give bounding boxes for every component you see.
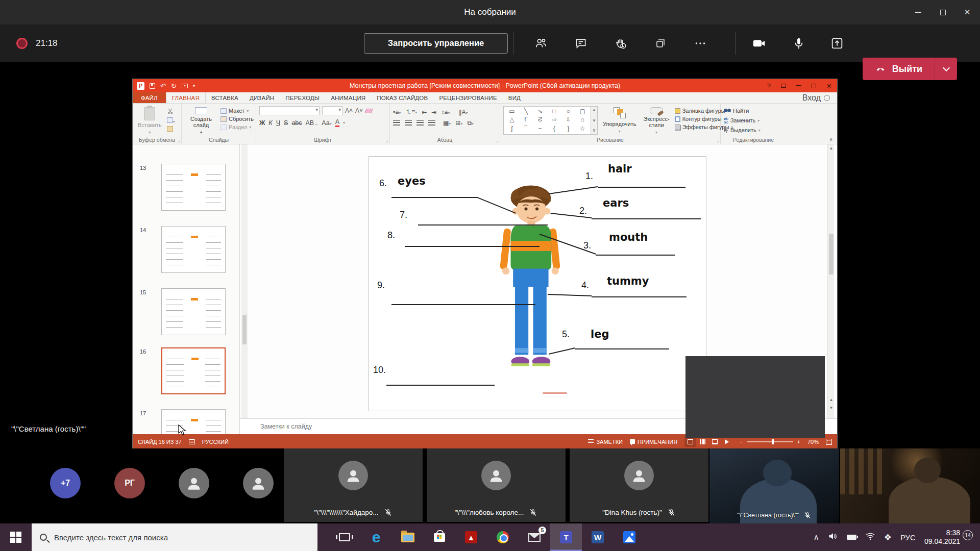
columns-icon[interactable]: ▦▾ [443, 119, 451, 127]
bullets-icon[interactable]: •≡▾ [393, 109, 401, 116]
mail-button[interactable]: 5 [519, 523, 550, 551]
next-slide-icon[interactable]: ▼ [828, 404, 835, 411]
shape-icon[interactable]: ▭ [509, 108, 514, 115]
zoom-slider[interactable] [747, 441, 793, 442]
slideshow-view-button[interactable] [721, 437, 732, 447]
slide-canvas[interactable]: 1. hair 2. ears [369, 156, 706, 411]
request-control-button[interactable]: Запросить управление [364, 33, 508, 54]
shape-icon[interactable]: ⇩ [566, 116, 571, 123]
chat-icon[interactable] [573, 36, 589, 51]
underline-button[interactable]: Ч [276, 119, 280, 127]
raise-hand-icon[interactable] [613, 36, 628, 51]
maximize-icon[interactable] [939, 9, 946, 16]
sign-in[interactable]: Вход [802, 92, 837, 104]
align-left-icon[interactable] [393, 120, 400, 126]
thumbnails-scrollbar[interactable] [241, 144, 248, 434]
chrome-button[interactable] [487, 523, 519, 551]
help-icon[interactable]: ? [767, 83, 771, 89]
video-tile-svetlana[interactable]: "\"Светлана (гость)\"" [709, 448, 839, 523]
teams-button[interactable]: T [550, 523, 582, 551]
zoom-in-icon[interactable]: + [797, 439, 800, 445]
camera-icon[interactable] [751, 36, 767, 51]
taskbar-search-input[interactable]: Введите здесь текст для поиска [32, 523, 317, 551]
paste-button[interactable]: Вставить▾ [136, 106, 164, 136]
ribbon-tab[interactable]: ДИЗАЙН [244, 92, 280, 103]
word-button[interactable]: W [582, 523, 614, 551]
taskbar-clock[interactable]: 8:38 09.04.2021 [924, 529, 960, 546]
ribbon-tab[interactable]: ВИД [503, 92, 526, 103]
ribbon-tab[interactable]: РЕЦЕНЗИРОВАНИЕ [433, 92, 502, 103]
shape-icon[interactable]: △ [509, 116, 514, 123]
breakout-rooms-icon[interactable] [653, 36, 668, 51]
font-size-combo[interactable] [322, 106, 342, 115]
video-tile-self[interactable] [840, 448, 980, 523]
shape-icon[interactable]: ▢ [579, 108, 585, 115]
shadow-button[interactable]: S [284, 119, 288, 127]
shape-icon[interactable]: ☆ [580, 125, 585, 132]
slide-scrollbar[interactable]: ▲ ▲ ▼ [827, 144, 834, 418]
slide-sorter-view-button[interactable] [697, 437, 708, 447]
start-slideshow-icon[interactable] [182, 84, 188, 88]
arrange-button[interactable]: Упорядочить▾ [601, 106, 638, 136]
language-indicator[interactable]: РУССКИЙ [202, 439, 229, 445]
shape-icon[interactable]: Γ [524, 116, 528, 123]
strikethrough-button[interactable]: abc [291, 119, 302, 127]
photos-button[interactable] [614, 523, 645, 551]
replace-button[interactable]: abacЗаменить▾ [724, 117, 761, 124]
clear-formatting-icon[interactable] [365, 109, 373, 113]
change-case-button[interactable]: Аа▾ [322, 119, 331, 127]
font-name-combo[interactable] [259, 106, 320, 115]
collapse-ribbon-icon[interactable]: ∧ [829, 136, 833, 143]
participant-tile[interactable]: "Dina Khus (гость)" [570, 448, 708, 522]
ribbon-options-icon[interactable] [781, 84, 786, 88]
decrease-indent-icon[interactable]: ⇤ [422, 109, 427, 116]
align-right-icon[interactable] [416, 120, 424, 126]
shape-icon[interactable]: ↘ [537, 108, 543, 115]
volume-icon[interactable] [828, 532, 838, 543]
ribbon-tab[interactable]: ПЕРЕХОДЫ [280, 92, 325, 103]
notes-toggle[interactable]: ЗАМЕТКИ [588, 439, 623, 445]
layout-button[interactable]: Макет▾ [220, 108, 254, 114]
adobe-reader-button[interactable]: ▲ [455, 523, 487, 551]
language-switcher[interactable]: РУС [900, 533, 916, 542]
ppt-close-icon[interactable]: ✕ [826, 83, 832, 89]
previous-slide-icon[interactable]: ▲ [828, 396, 835, 403]
dialog-launcher-icon[interactable]: ⌟ [178, 138, 180, 143]
cut-icon[interactable] [167, 108, 175, 115]
shape-icon[interactable]: { [553, 125, 555, 132]
ppt-restore-icon[interactable] [812, 84, 816, 88]
normal-view-button[interactable] [684, 437, 696, 447]
increase-indent-icon[interactable]: ⇥ [431, 109, 436, 116]
ribbon-tab[interactable]: ФАЙЛ [133, 92, 166, 103]
align-text-icon[interactable]: ⊞▾ [455, 119, 462, 127]
ppt-minimize-icon[interactable] [796, 85, 801, 86]
close-icon[interactable]: ✕ [964, 9, 971, 16]
leave-button[interactable]: Выйти [863, 58, 957, 80]
zoom-out-icon[interactable]: − [740, 439, 743, 445]
ribbon-tab[interactable]: ВСТАВКА [206, 92, 244, 103]
find-button[interactable]: Найти [724, 108, 761, 114]
dialog-launcher-icon[interactable]: ⌟ [717, 138, 719, 143]
participant-tile[interactable]: "\"\\\"любовь короле... [427, 448, 566, 522]
ribbon-tab[interactable]: АНИМАЦИЯ [325, 92, 371, 103]
dialog-launcher-icon[interactable]: ⌟ [386, 138, 388, 143]
edge-button[interactable]: e [360, 523, 392, 551]
char-spacing-button[interactable]: АВ↔ [306, 119, 318, 127]
text-direction-icon[interactable]: ∥A▾ [458, 109, 468, 116]
shapes-gallery[interactable]: ▭╲↘□○▢△ΓƧ⇨⇩⌂ʃ⌒~{}☆ [503, 106, 591, 135]
overflow-count-bubble[interactable]: +7 [50, 468, 81, 498]
italic-button[interactable]: К [268, 119, 272, 127]
select-button[interactable]: Выделить▾ [724, 127, 761, 133]
participant-avatar[interactable] [179, 468, 209, 498]
smartart-icon[interactable]: ⧉▾ [467, 119, 474, 127]
more-options-icon[interactable] [693, 36, 708, 51]
redo-icon[interactable]: ↻ [171, 83, 177, 89]
format-painter-icon[interactable] [167, 126, 175, 133]
participant-tile[interactable]: "\"\\\"\\\\\\\"Хайдаро... [284, 448, 423, 522]
shrink-font-icon[interactable]: А˅ [355, 107, 363, 114]
hidden-icons-chevron[interactable]: ∧ [814, 533, 819, 542]
fit-to-window-icon[interactable] [826, 439, 832, 445]
reading-view-button[interactable] [709, 437, 720, 447]
scroll-up-icon[interactable]: ▲ [828, 144, 835, 152]
microphone-icon[interactable] [791, 36, 806, 51]
